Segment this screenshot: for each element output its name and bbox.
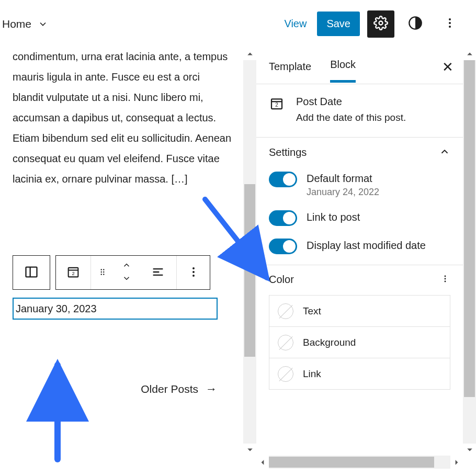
color-link[interactable]: Link	[269, 358, 450, 390]
svg-point-13	[103, 274, 104, 275]
svg-point-11	[103, 271, 104, 272]
home-breadcrumb[interactable]: Home	[0, 18, 48, 30]
svg-point-20	[445, 278, 446, 280]
editor-canvas: condimentum, urna erat lacinia ante, a t…	[0, 48, 256, 456]
swatch-none-icon	[278, 335, 293, 350]
settings-sidebar: Template Block ✕ 2 Post Date Add the dat…	[256, 48, 476, 456]
color-text[interactable]: Text	[269, 296, 450, 327]
scroll-up-icon[interactable]	[243, 48, 256, 60]
setting-subtext: January 24, 2022	[307, 187, 379, 198]
color-label: Link	[303, 368, 321, 380]
scrollbar-thumb[interactable]	[464, 60, 475, 397]
color-list: Text Background Link	[269, 295, 450, 390]
move-down-button[interactable]	[122, 274, 131, 285]
toolbar-group-main: 2	[55, 255, 210, 290]
color-label: Background	[303, 337, 356, 348]
color-panel-header[interactable]: Color	[269, 274, 450, 291]
older-posts-link[interactable]: Older Posts →	[141, 382, 217, 396]
svg-point-8	[100, 269, 101, 270]
svg-point-12	[100, 274, 101, 275]
toggle-display-modified[interactable]	[269, 239, 297, 254]
block-title: Post Date	[296, 96, 406, 108]
color-panel-title: Color	[269, 274, 294, 286]
setting-label: Link to post	[307, 210, 360, 224]
tab-block[interactable]: Block	[330, 49, 356, 83]
svg-point-2	[449, 18, 451, 20]
move-up-button[interactable]	[122, 260, 131, 271]
scroll-left-icon[interactable]	[256, 456, 269, 469]
block-toolbar: 2	[13, 255, 210, 290]
top-toolbar: Home View Save	[0, 0, 476, 48]
svg-point-15	[192, 271, 195, 273]
save-button[interactable]: Save	[317, 12, 360, 36]
scrollbar-track[interactable]	[243, 60, 256, 444]
toggle-link-to-post[interactable]	[269, 210, 297, 226]
setting-label: Display last modified date	[307, 239, 426, 253]
editor-vertical-scrollbar[interactable]	[243, 48, 256, 456]
scroll-down-icon[interactable]	[463, 444, 476, 456]
scroll-up-icon[interactable]	[463, 48, 476, 60]
svg-point-0	[379, 21, 383, 25]
close-icon: ✕	[442, 59, 454, 75]
layout-icon	[24, 265, 39, 281]
close-sidebar-button[interactable]: ✕	[442, 59, 454, 75]
top-actions: View Save	[281, 10, 463, 38]
dots-vertical-icon	[186, 265, 201, 281]
svg-text:2: 2	[72, 270, 74, 276]
drag-handle[interactable]	[90, 256, 114, 289]
svg-point-19	[445, 276, 446, 277]
settings-panel-title: Settings	[269, 146, 307, 158]
swatch-none-icon	[278, 303, 293, 319]
setting-link-to-post: Link to post	[269, 210, 450, 226]
settings-button[interactable]	[367, 10, 394, 38]
select-parent-button[interactable]	[13, 256, 50, 289]
move-buttons	[114, 260, 140, 285]
scrollbar-thumb[interactable]	[269, 457, 434, 468]
more-options-button[interactable]	[436, 10, 463, 38]
svg-point-16	[192, 275, 195, 277]
dots-vertical-icon[interactable]	[440, 274, 450, 286]
drag-icon	[98, 267, 107, 278]
post-date-value: January 30, 2023	[16, 303, 97, 315]
settings-panel: Settings Default format January 24, 2022…	[256, 138, 463, 265]
chevron-up-icon	[439, 146, 450, 159]
post-date-block[interactable]: January 30, 2023	[13, 298, 218, 320]
color-background[interactable]: Background	[269, 327, 450, 358]
block-description: Add the date of this post.	[296, 112, 406, 123]
styles-button[interactable]	[402, 10, 429, 38]
toggle-default-format[interactable]	[269, 172, 297, 187]
scrollbar-track[interactable]	[269, 456, 450, 469]
view-link[interactable]: View	[281, 14, 310, 34]
block-options-button[interactable]	[176, 256, 210, 289]
setting-label: Default format	[307, 172, 379, 186]
arrow-right-icon: →	[206, 382, 217, 396]
older-posts-label: Older Posts	[141, 383, 198, 395]
svg-point-3	[449, 22, 451, 24]
scroll-down-icon[interactable]	[243, 444, 256, 456]
align-button[interactable]	[140, 256, 176, 289]
svg-text:2: 2	[275, 102, 278, 108]
scrollbar-thumb[interactable]	[244, 184, 255, 357]
scrollbar-track[interactable]	[463, 60, 476, 444]
chevron-down-icon[interactable]	[38, 19, 48, 29]
sidebar-horizontal-scrollbar[interactable]	[256, 456, 476, 469]
contrast-icon	[408, 16, 423, 32]
post-excerpt[interactable]: condimentum, urna erat lacinia ante, a t…	[13, 48, 233, 189]
svg-point-10	[100, 271, 101, 272]
block-type-button[interactable]: 2	[56, 256, 90, 289]
swatch-none-icon	[278, 366, 293, 382]
scroll-right-icon[interactable]	[450, 456, 463, 469]
svg-point-14	[192, 267, 195, 269]
svg-rect-5	[26, 267, 37, 277]
setting-default-format: Default format January 24, 2022	[269, 172, 450, 198]
setting-display-modified: Display last modified date	[269, 239, 450, 254]
tab-template[interactable]: Template	[269, 51, 311, 80]
block-info: 2 Post Date Add the date of this post.	[256, 84, 463, 138]
sidebar-tabs: Template Block ✕	[256, 48, 463, 84]
toolbar-group-parent	[13, 255, 50, 290]
settings-panel-header[interactable]: Settings	[269, 146, 450, 159]
color-label: Text	[303, 305, 321, 317]
sidebar-vertical-scrollbar[interactable]	[463, 48, 476, 456]
home-link[interactable]: Home	[2, 18, 31, 30]
post-date-icon: 2	[66, 265, 81, 281]
